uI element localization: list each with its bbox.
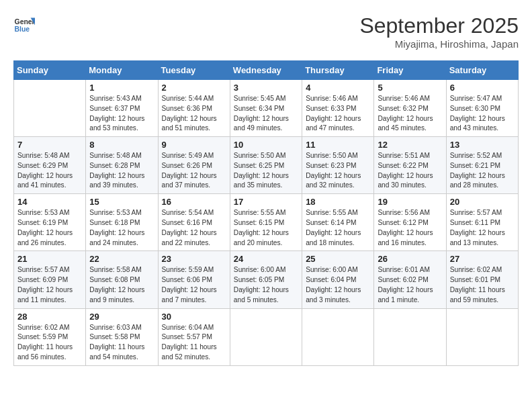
day-number: 14	[17, 197, 82, 207]
calendar-cell: 29Sunrise: 6:03 AM Sunset: 5:58 PM Dayli…	[86, 308, 158, 365]
day-number: 10	[234, 140, 298, 150]
calendar-week-row: 7Sunrise: 5:48 AM Sunset: 6:29 PM Daylig…	[14, 137, 519, 194]
calendar-cell: 2Sunrise: 5:44 AM Sunset: 6:36 PM Daylig…	[158, 80, 230, 137]
calendar-cell	[14, 80, 86, 137]
calendar-cell: 6Sunrise: 5:47 AM Sunset: 6:30 PM Daylig…	[446, 80, 518, 137]
day-number: 25	[306, 254, 370, 264]
calendar-cell: 16Sunrise: 5:54 AM Sunset: 6:16 PM Dayli…	[158, 194, 230, 251]
calendar-cell: 1Sunrise: 5:43 AM Sunset: 6:37 PM Daylig…	[86, 80, 158, 137]
day-number: 1	[89, 83, 154, 93]
calendar-week-row: 14Sunrise: 5:53 AM Sunset: 6:19 PM Dayli…	[14, 194, 519, 251]
logo: General Blue	[13, 13, 35, 35]
weekday-header-cell: Monday	[86, 61, 158, 80]
calendar-cell: 21Sunrise: 5:57 AM Sunset: 6:09 PM Dayli…	[14, 251, 86, 308]
day-number: 22	[89, 254, 154, 264]
calendar-week-row: 1Sunrise: 5:43 AM Sunset: 6:37 PM Daylig…	[14, 80, 519, 137]
calendar-cell: 8Sunrise: 5:48 AM Sunset: 6:28 PM Daylig…	[86, 137, 158, 194]
calendar-cell: 25Sunrise: 6:00 AM Sunset: 6:04 PM Dayli…	[302, 251, 374, 308]
calendar-cell: 14Sunrise: 5:53 AM Sunset: 6:19 PM Dayli…	[14, 194, 86, 251]
day-info: Sunrise: 5:49 AM Sunset: 6:26 PM Dayligh…	[162, 151, 226, 191]
day-number: 18	[306, 197, 370, 207]
day-number: 27	[450, 254, 515, 264]
day-number: 15	[89, 197, 154, 207]
day-info: Sunrise: 6:03 AM Sunset: 5:58 PM Dayligh…	[89, 323, 154, 363]
calendar-cell: 3Sunrise: 5:45 AM Sunset: 6:34 PM Daylig…	[230, 80, 302, 137]
calendar-cell: 28Sunrise: 6:02 AM Sunset: 5:59 PM Dayli…	[14, 308, 86, 365]
page-header: General Blue September 2025 Miyajima, Hi…	[13, 13, 519, 50]
day-info: Sunrise: 5:52 AM Sunset: 6:21 PM Dayligh…	[450, 151, 515, 191]
calendar-cell: 18Sunrise: 5:55 AM Sunset: 6:14 PM Dayli…	[302, 194, 374, 251]
day-number: 4	[306, 83, 370, 93]
calendar-cell: 27Sunrise: 6:02 AM Sunset: 6:01 PM Dayli…	[446, 251, 518, 308]
day-number: 17	[234, 197, 298, 207]
weekday-header-cell: Thursday	[302, 61, 374, 80]
day-info: Sunrise: 5:55 AM Sunset: 6:15 PM Dayligh…	[234, 208, 298, 248]
calendar-cell: 13Sunrise: 5:52 AM Sunset: 6:21 PM Dayli…	[446, 137, 518, 194]
day-info: Sunrise: 5:56 AM Sunset: 6:12 PM Dayligh…	[378, 208, 442, 248]
calendar-cell: 7Sunrise: 5:48 AM Sunset: 6:29 PM Daylig…	[14, 137, 86, 194]
day-info: Sunrise: 5:57 AM Sunset: 6:09 PM Dayligh…	[17, 265, 82, 305]
calendar-cell: 12Sunrise: 5:51 AM Sunset: 6:22 PM Dayli…	[374, 137, 446, 194]
weekday-header-row: SundayMondayTuesdayWednesdayThursdayFrid…	[14, 61, 519, 80]
calendar-cell	[302, 308, 374, 365]
day-number: 6	[450, 83, 515, 93]
day-number: 23	[162, 254, 226, 264]
day-number: 2	[162, 83, 226, 93]
weekday-header-cell: Friday	[374, 61, 446, 80]
weekday-header-cell: Saturday	[446, 61, 518, 80]
day-info: Sunrise: 5:53 AM Sunset: 6:19 PM Dayligh…	[17, 208, 82, 248]
calendar-cell	[230, 308, 302, 365]
day-info: Sunrise: 5:51 AM Sunset: 6:22 PM Dayligh…	[378, 151, 442, 191]
day-number: 5	[378, 83, 442, 93]
day-number: 11	[306, 140, 370, 150]
day-info: Sunrise: 6:00 AM Sunset: 6:05 PM Dayligh…	[234, 265, 298, 305]
weekday-header-cell: Sunday	[14, 61, 86, 80]
day-info: Sunrise: 5:46 AM Sunset: 6:33 PM Dayligh…	[306, 94, 370, 134]
day-info: Sunrise: 6:02 AM Sunset: 6:01 PM Dayligh…	[450, 265, 515, 305]
day-info: Sunrise: 6:04 AM Sunset: 5:57 PM Dayligh…	[162, 323, 226, 363]
calendar-cell: 23Sunrise: 5:59 AM Sunset: 6:06 PM Dayli…	[158, 251, 230, 308]
calendar-cell: 10Sunrise: 5:50 AM Sunset: 6:25 PM Dayli…	[230, 137, 302, 194]
day-number: 12	[378, 140, 442, 150]
day-info: Sunrise: 5:58 AM Sunset: 6:08 PM Dayligh…	[89, 265, 154, 305]
calendar-cell: 11Sunrise: 5:50 AM Sunset: 6:23 PM Dayli…	[302, 137, 374, 194]
day-info: Sunrise: 6:01 AM Sunset: 6:02 PM Dayligh…	[378, 265, 442, 305]
svg-text:Blue: Blue	[15, 26, 30, 33]
day-info: Sunrise: 5:43 AM Sunset: 6:37 PM Dayligh…	[89, 94, 154, 134]
day-info: Sunrise: 5:48 AM Sunset: 6:29 PM Dayligh…	[17, 151, 82, 191]
day-number: 19	[378, 197, 442, 207]
day-number: 26	[378, 254, 442, 264]
day-info: Sunrise: 5:53 AM Sunset: 6:18 PM Dayligh…	[89, 208, 154, 248]
day-info: Sunrise: 5:54 AM Sunset: 6:16 PM Dayligh…	[162, 208, 226, 248]
calendar-cell: 26Sunrise: 6:01 AM Sunset: 6:02 PM Dayli…	[374, 251, 446, 308]
day-info: Sunrise: 5:50 AM Sunset: 6:23 PM Dayligh…	[306, 151, 370, 191]
title-block: September 2025 Miyajima, Hiroshima, Japa…	[359, 13, 519, 50]
day-number: 28	[17, 312, 82, 322]
calendar-cell: 9Sunrise: 5:49 AM Sunset: 6:26 PM Daylig…	[158, 137, 230, 194]
weekday-header-cell: Wednesday	[230, 61, 302, 80]
calendar-week-row: 28Sunrise: 6:02 AM Sunset: 5:59 PM Dayli…	[14, 308, 519, 365]
day-number: 20	[450, 197, 515, 207]
calendar-cell	[374, 308, 446, 365]
calendar-body: 1Sunrise: 5:43 AM Sunset: 6:37 PM Daylig…	[14, 80, 519, 366]
day-info: Sunrise: 5:57 AM Sunset: 6:11 PM Dayligh…	[450, 208, 515, 248]
day-info: Sunrise: 5:50 AM Sunset: 6:25 PM Dayligh…	[234, 151, 298, 191]
calendar-cell: 17Sunrise: 5:55 AM Sunset: 6:15 PM Dayli…	[230, 194, 302, 251]
day-info: Sunrise: 6:00 AM Sunset: 6:04 PM Dayligh…	[306, 265, 370, 305]
day-info: Sunrise: 5:55 AM Sunset: 6:14 PM Dayligh…	[306, 208, 370, 248]
logo-icon: General Blue	[13, 13, 35, 35]
day-number: 7	[17, 140, 82, 150]
day-number: 8	[89, 140, 154, 150]
day-info: Sunrise: 5:45 AM Sunset: 6:34 PM Dayligh…	[234, 94, 298, 134]
day-number: 3	[234, 83, 298, 93]
location: Miyajima, Hiroshima, Japan	[359, 38, 519, 50]
calendar-cell: 30Sunrise: 6:04 AM Sunset: 5:57 PM Dayli…	[158, 308, 230, 365]
day-number: 29	[89, 312, 154, 322]
day-number: 21	[17, 254, 82, 264]
calendar-cell	[446, 308, 518, 365]
calendar-cell: 4Sunrise: 5:46 AM Sunset: 6:33 PM Daylig…	[302, 80, 374, 137]
day-info: Sunrise: 5:59 AM Sunset: 6:06 PM Dayligh…	[162, 265, 226, 305]
day-number: 24	[234, 254, 298, 264]
calendar-table: SundayMondayTuesdayWednesdayThursdayFrid…	[13, 60, 519, 366]
day-info: Sunrise: 6:02 AM Sunset: 5:59 PM Dayligh…	[17, 323, 82, 363]
